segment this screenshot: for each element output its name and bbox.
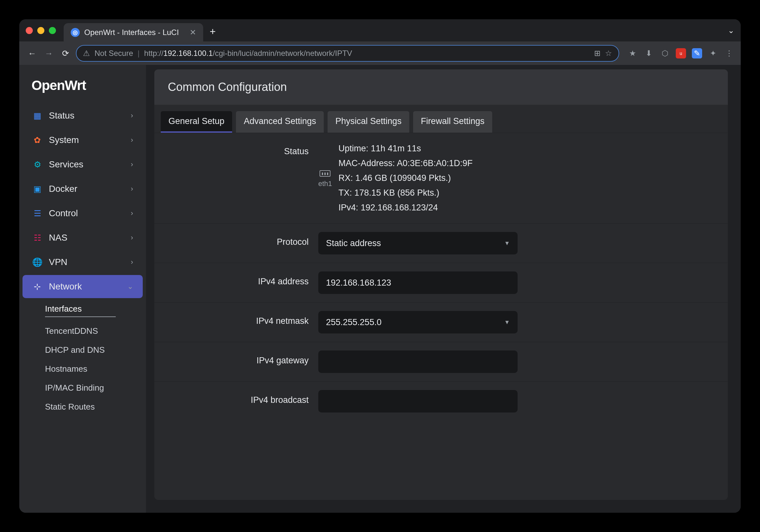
config-tabs: General Setup Advanced Settings Physical…: [154, 105, 728, 133]
submenu-item-ipmac[interactable]: IP/MAC Binding: [39, 378, 146, 397]
chevron-right-icon: ›: [131, 185, 133, 193]
sidebar-item-control[interactable]: ☰ Control ›: [23, 202, 143, 225]
ublock-icon[interactable]: u: [676, 48, 686, 59]
protocol-value: Static address: [326, 238, 381, 248]
sidebar-item-label: VPN: [49, 257, 124, 267]
ipv4-broadcast-label: IPv4 broadcast: [161, 390, 318, 405]
sidebar-item-services[interactable]: ⚙ Services ›: [23, 153, 143, 176]
sidebar-item-vpn[interactable]: 🌐 VPN ›: [23, 250, 143, 274]
tab-general-setup[interactable]: General Setup: [161, 111, 232, 133]
star-icon[interactable]: ★: [628, 48, 638, 59]
chevron-down-icon: ⌄: [127, 283, 133, 291]
status-details: Uptime: 11h 41m 11s MAC-Address: A0:3E:6…: [339, 141, 473, 215]
chevron-right-icon: ›: [131, 209, 133, 217]
submenu-item-static-routes[interactable]: Static Routes: [39, 397, 146, 416]
status-row: Status eth1 Uptime: 11h 41m 11s MAC-Addr…: [154, 133, 728, 223]
logo-text: OpenWrt: [31, 78, 134, 93]
sidebar-item-label: Status: [49, 111, 124, 121]
extension-icon[interactable]: ✎: [692, 48, 702, 59]
content-area: OpenWrt ▦ Status › ✿ System › ⚙ Services…: [19, 65, 741, 513]
new-tab-button[interactable]: +: [210, 26, 216, 38]
ipv4-address-input[interactable]: [318, 272, 518, 294]
sidebar-item-label: Control: [49, 208, 124, 218]
svg-rect-2: [324, 172, 326, 175]
chevron-right-icon: ›: [131, 160, 133, 169]
tab-advanced-settings[interactable]: Advanced Settings: [236, 111, 324, 133]
logo: OpenWrt: [19, 65, 146, 103]
translate-icon[interactable]: ⊞: [594, 49, 600, 58]
gears-icon: ⚙: [32, 159, 42, 170]
status-label: Status: [161, 141, 318, 156]
sidebar-item-label: System: [49, 135, 124, 145]
minimize-window-button[interactable]: [37, 27, 44, 34]
sidebar-item-status[interactable]: ▦ Status ›: [23, 104, 143, 127]
close-window-button[interactable]: [26, 27, 33, 34]
eth-label: eth1: [318, 180, 332, 188]
network-icon: ⊹: [32, 282, 42, 292]
network-submenu: Interfaces TencentDDNS DHCP and DNS Host…: [19, 299, 146, 416]
sidebar-item-docker[interactable]: ▣ Docker ›: [23, 177, 143, 200]
caret-down-icon: ▼: [504, 319, 510, 326]
bookmark-star-icon[interactable]: ☆: [605, 49, 612, 58]
submenu-item-tencentddns[interactable]: TencentDDNS: [39, 322, 146, 340]
warning-icon: ⚠: [83, 49, 90, 58]
ipv4-broadcast-row: IPv4 broadcast: [154, 381, 728, 421]
extensions-puzzle-icon[interactable]: ✦: [708, 48, 718, 59]
url-separator: |: [138, 49, 140, 58]
extension-icons: ★ ⬇ ⬡ u ✎ ✦ ⋮: [628, 48, 734, 59]
database-icon: ☷: [32, 233, 42, 243]
chevron-right-icon: ›: [131, 234, 133, 242]
ipv4-address-row: IPv4 address: [154, 263, 728, 302]
tab-title: OpenWrt - Interfaces - LuCI: [84, 28, 179, 37]
ipv4-gateway-input[interactable]: [318, 350, 518, 373]
gear-icon: ✿: [32, 135, 42, 145]
address-bar[interactable]: ⚠ Not Secure | http://192.168.100.1/cgi-…: [76, 45, 619, 62]
chevron-right-icon: ›: [131, 258, 133, 266]
main-content: Common Configuration General Setup Advan…: [146, 65, 741, 513]
maximize-window-button[interactable]: [49, 27, 56, 34]
ipv4-netmask-select[interactable]: 255.255.255.0 ▼: [318, 311, 518, 333]
reload-button[interactable]: ⟳: [59, 47, 72, 60]
tab-close-icon[interactable]: ✕: [190, 28, 196, 37]
submenu-item-dhcp-dns[interactable]: DHCP and DNS: [39, 340, 146, 360]
sidebar-item-label: NAS: [49, 233, 124, 243]
sidebar-item-label: Network: [49, 282, 121, 292]
config-panel: Common Configuration General Setup Advan…: [154, 69, 728, 500]
menu-dots-icon[interactable]: ⋮: [724, 48, 734, 59]
sidebar-item-system[interactable]: ✿ System ›: [23, 128, 143, 152]
titlebar: ◎ OpenWrt - Interfaces - LuCI ✕ + ⌄: [19, 19, 741, 42]
globe-icon: 🌐: [32, 257, 42, 267]
browser-tab[interactable]: ◎ OpenWrt - Interfaces - LuCI ✕: [64, 23, 203, 42]
status-block: eth1 Uptime: 11h 41m 11s MAC-Address: A0…: [318, 141, 657, 215]
sliders-icon: ☰: [32, 208, 42, 218]
tab-physical-settings[interactable]: Physical Settings: [328, 111, 409, 133]
submenu-item-hostnames[interactable]: Hostnames: [39, 360, 146, 378]
browser-toolbar: ← → ⟳ ⚠ Not Secure | http://192.168.100.…: [19, 42, 741, 65]
tab-firewall-settings[interactable]: Firewall Settings: [413, 111, 492, 133]
svg-rect-1: [322, 172, 323, 175]
protocol-select[interactable]: Static address ▼: [318, 232, 518, 254]
caret-down-icon: ▼: [504, 240, 510, 247]
window-controls: [26, 27, 56, 34]
sidebar-item-label: Services: [49, 159, 124, 170]
protocol-label: Protocol: [161, 232, 318, 247]
ipv4-netmask-label: IPv4 netmask: [161, 311, 318, 326]
ipv4-broadcast-input[interactable]: [318, 390, 518, 413]
tab-list-chevron-icon[interactable]: ⌄: [728, 26, 734, 35]
submenu-item-interfaces[interactable]: Interfaces: [39, 299, 146, 322]
back-button[interactable]: ←: [26, 47, 39, 60]
sidebar-item-label: Docker: [49, 184, 124, 194]
svg-rect-3: [327, 172, 328, 175]
ipv4-netmask-row: IPv4 netmask 255.255.255.0 ▼: [154, 302, 728, 342]
ethernet-icon: eth1: [318, 169, 332, 188]
chevron-right-icon: ›: [131, 111, 133, 120]
sidebar: OpenWrt ▦ Status › ✿ System › ⚙ Services…: [19, 65, 146, 513]
ipv4-address-label: IPv4 address: [161, 272, 318, 287]
shield-icon[interactable]: ⬡: [660, 48, 670, 59]
panel-title: Common Configuration: [154, 69, 728, 105]
sidebar-item-network[interactable]: ⊹ Network ⌄: [23, 275, 143, 298]
forward-button[interactable]: →: [42, 47, 55, 60]
url-text: http://192.168.100.1/cgi-bin/luci/admin/…: [144, 49, 590, 58]
sidebar-item-nas[interactable]: ☷ NAS ›: [23, 226, 143, 249]
download-icon[interactable]: ⬇: [643, 48, 654, 59]
